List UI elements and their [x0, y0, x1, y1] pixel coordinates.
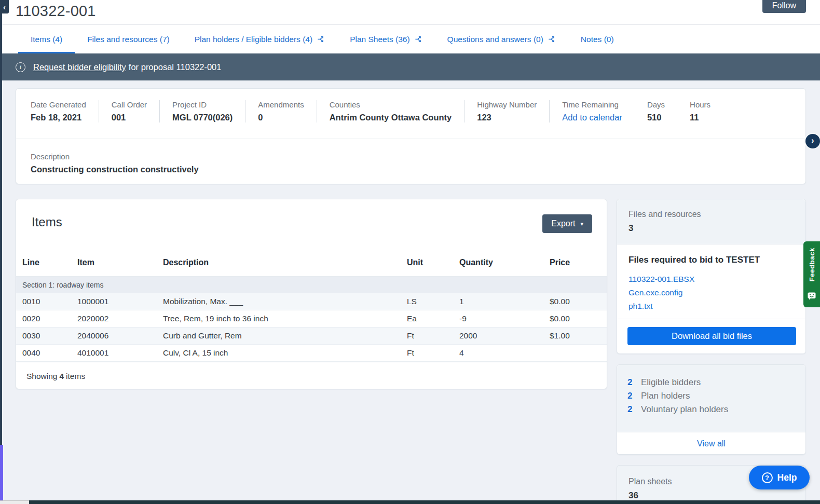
- help-button-label: Help: [777, 472, 797, 483]
- plan-sheets-count: 36: [628, 491, 794, 501]
- list-item: ph1.txt: [628, 299, 794, 313]
- cell-quantity: 2000: [459, 331, 550, 340]
- cell-line: 0010: [16, 297, 77, 306]
- view-all-link[interactable]: View all: [697, 439, 726, 448]
- field-value: 001: [112, 113, 147, 122]
- cell-item: 2020002: [77, 314, 163, 323]
- field-counties: Counties Antrim County Ottawa County: [317, 100, 464, 122]
- field-label: Highway Number: [477, 100, 537, 109]
- cell-line: 0020: [16, 314, 77, 323]
- field-label: Days: [647, 100, 665, 109]
- file-link-ebsx[interactable]: 110322-001.EBSX: [628, 275, 694, 283]
- export-button[interactable]: Export ▾: [542, 214, 592, 233]
- stat-count: 2: [627, 389, 634, 403]
- column-header-description: Description: [163, 258, 407, 267]
- tab-label: Questions and answers (0): [447, 35, 543, 44]
- back-button[interactable]: ‹: [0, 0, 9, 13]
- cell-quantity: 1: [459, 297, 550, 306]
- field-label: Call Order: [112, 100, 147, 109]
- tab-label: Files and resources (7): [87, 35, 170, 44]
- field-time-remaining: Time Remaining Add to calendar: [549, 100, 635, 122]
- table-row: 0040 4010001 Culv, Cl A, 15 inch Ft 4: [16, 345, 607, 362]
- left-edge-purple-strip: [0, 445, 3, 501]
- column-header-unit: Unit: [407, 258, 459, 267]
- files-card-title: Files and resources: [628, 210, 794, 219]
- tab-bar: Items (4) Files and resources (7) Plan h…: [0, 25, 820, 53]
- cell-quantity: 4: [459, 348, 550, 358]
- cell-line: 0040: [16, 348, 77, 358]
- stat-label: Eligible bidders: [641, 376, 701, 389]
- column-header-line: Line: [16, 258, 77, 267]
- summary-fields-row: Date Generated Feb 18, 2021 Call Order 0…: [16, 89, 805, 139]
- tab-plan-holders[interactable]: Plan holders / Eligible bidders (4): [182, 25, 337, 53]
- files-count: 3: [628, 223, 794, 234]
- field-value: 11: [690, 113, 710, 122]
- table-header-row: Line Item Description Unit Quantity Pric…: [16, 249, 607, 277]
- field-label: Date Generated: [31, 100, 86, 109]
- bidders-card: 2 Eligible bidders 2 Plan holders 2 Volu…: [617, 364, 806, 455]
- items-heading: Items: [32, 215, 62, 229]
- cell-description: Tree, Rem, 19 inch to 36 inch: [163, 314, 407, 323]
- file-link-config[interactable]: Gen.exe.config: [628, 288, 682, 297]
- tab-items[interactable]: Items (4): [18, 25, 75, 53]
- help-button[interactable]: ? Help: [749, 466, 810, 489]
- file-link-list: 110322-001.EBSX Gen.exe.config ph1.txt: [628, 273, 794, 313]
- description-value: Constructing construction constructively: [31, 165, 791, 174]
- items-count-footer: Showing 4 items: [16, 362, 607, 389]
- field-label: Time Remaining: [562, 100, 622, 109]
- cell-unit: Ea: [407, 314, 459, 323]
- download-area: Download all bid files: [617, 319, 805, 345]
- share-icon: [548, 35, 556, 43]
- tab-label: Notes (0): [581, 35, 614, 44]
- files-card-header: Files and resources 3: [617, 199, 805, 244]
- stat-eligible-bidders: 2 Eligible bidders: [627, 376, 795, 389]
- field-value: Antrim County Ottawa County: [330, 113, 452, 122]
- field-label: Amendments: [258, 100, 304, 109]
- tab-files-and-resources[interactable]: Files and resources (7): [75, 25, 182, 53]
- stat-voluntary-plan-holders: 2 Voluntary plan holders: [627, 403, 795, 416]
- export-button-label: Export: [551, 219, 575, 228]
- caret-down-icon: ▾: [580, 221, 583, 227]
- footer-text: items: [66, 372, 85, 381]
- stat-label: Plan holders: [641, 389, 690, 403]
- chevron-right-icon: ›: [811, 136, 814, 145]
- bottom-edge-light-bar: [0, 500, 29, 504]
- tab-questions-answers[interactable]: Questions and answers (0): [435, 25, 568, 53]
- feedback-tab[interactable]: Feedback: [803, 241, 820, 307]
- stat-plan-holders: 2 Plan holders: [627, 389, 795, 403]
- proposal-summary-card: Date Generated Feb 18, 2021 Call Order 0…: [16, 88, 806, 184]
- cell-quantity: -9: [459, 314, 550, 323]
- table-row: 0010 1000001 Mobilization, Max. ___ LS 1…: [16, 293, 607, 310]
- field-value: 510: [647, 113, 665, 122]
- add-to-calendar-link[interactable]: Add to calendar: [562, 113, 622, 122]
- request-bidder-eligibility-link[interactable]: Request bidder eligibility: [33, 62, 126, 72]
- column-header-quantity: Quantity: [459, 258, 550, 267]
- cell-description: Curb and Gutter, Rem: [163, 331, 407, 340]
- footer-count: 4: [59, 372, 64, 381]
- bidders-stats: 2 Eligible bidders 2 Plan holders 2 Volu…: [617, 365, 805, 432]
- download-all-bid-files-button[interactable]: Download all bid files: [627, 327, 796, 345]
- expand-right-button[interactable]: ›: [805, 134, 820, 148]
- table-row: 0020 2020002 Tree, Rem, 19 inch to 36 in…: [16, 310, 607, 328]
- file-link-txt[interactable]: ph1.txt: [628, 302, 653, 310]
- cell-price: $0.00: [550, 314, 607, 323]
- chevron-left-icon: ‹: [3, 3, 6, 11]
- bottom-edge-dark-bar: [29, 500, 820, 504]
- share-icon: [317, 35, 325, 43]
- tab-label: Plan Sheets (36): [350, 35, 409, 44]
- page-header: 110322-001 Follow Items (4) Files and re…: [0, 0, 820, 53]
- tab-plan-sheets[interactable]: Plan Sheets (36): [337, 25, 434, 53]
- field-label: Hours: [690, 100, 710, 109]
- eligibility-notice-bar: i Request bidder eligibility for proposa…: [0, 53, 820, 80]
- field-label: Counties: [330, 100, 452, 109]
- cell-unit: Ft: [407, 331, 459, 340]
- cell-unit: LS: [407, 297, 459, 306]
- field-days: Days 510: [635, 100, 677, 122]
- field-highway-number: Highway Number 123: [464, 100, 549, 122]
- follow-button[interactable]: Follow: [762, 0, 806, 13]
- cell-description: Mobilization, Max. ___: [163, 297, 407, 306]
- tab-notes[interactable]: Notes (0): [568, 25, 626, 53]
- footer-text: Showing: [26, 372, 57, 381]
- description-block: Description Constructing construction co…: [16, 139, 805, 174]
- description-label: Description: [31, 152, 791, 161]
